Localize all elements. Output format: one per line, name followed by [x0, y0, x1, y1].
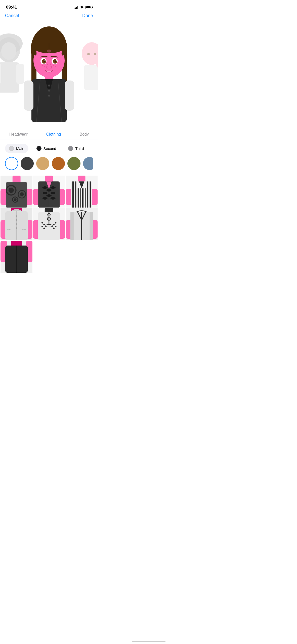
svg-point-28 — [45, 60, 46, 61]
done-button[interactable]: Done — [82, 13, 93, 18]
swatch-olive[interactable] — [67, 157, 80, 170]
swatch-darkgray[interactable] — [21, 157, 34, 170]
svg-rect-71 — [82, 188, 83, 208]
status-time: 09:41 — [6, 5, 17, 10]
svg-point-32 — [53, 65, 54, 66]
center-avatar — [16, 24, 82, 125]
main-dot — [9, 146, 14, 151]
second-dot — [36, 146, 41, 151]
cancel-button[interactable]: Cancel — [5, 13, 19, 18]
clothing-item-7[interactable] — [1, 241, 32, 273]
svg-point-49 — [9, 188, 14, 193]
svg-point-51 — [20, 192, 24, 196]
svg-rect-67 — [72, 181, 74, 208]
svg-point-29 — [56, 60, 57, 61]
tab-headwear[interactable]: Headwear — [6, 131, 31, 138]
svg-rect-40 — [84, 65, 98, 90]
tab-body[interactable]: Body — [77, 131, 92, 138]
svg-rect-105 — [90, 212, 93, 240]
svg-rect-18 — [65, 80, 74, 111]
svg-point-2 — [1, 42, 16, 60]
tab-bar: Headwear Clothing Body — [0, 127, 98, 140]
svg-point-84 — [16, 227, 17, 229]
side-avatar-right — [78, 36, 98, 112]
swatch-steel[interactable] — [83, 157, 93, 170]
battery-icon — [86, 6, 92, 9]
swatch-brown[interactable] — [52, 157, 65, 170]
svg-rect-73 — [87, 181, 88, 208]
svg-rect-70 — [80, 188, 81, 208]
swatches-row — [5, 157, 93, 173]
color-btn-main[interactable]: Main — [5, 144, 28, 153]
color-section: Main Second Third — [0, 140, 98, 173]
svg-point-30 — [42, 65, 43, 66]
svg-point-98 — [55, 226, 56, 227]
svg-point-92 — [41, 222, 43, 224]
svg-point-96 — [55, 222, 56, 224]
third-dot — [68, 146, 73, 151]
tab-clothing[interactable]: Clothing — [43, 131, 64, 138]
svg-rect-72 — [85, 188, 86, 208]
svg-rect-4 — [0, 64, 1, 84]
svg-point-95 — [44, 228, 45, 229]
second-label: Second — [44, 146, 56, 151]
clothing-item-1[interactable] — [1, 176, 32, 208]
svg-point-93 — [44, 224, 45, 225]
svg-point-35 — [50, 66, 51, 67]
status-icons — [74, 6, 92, 9]
clothing-grid — [0, 175, 98, 273]
svg-rect-3 — [0, 62, 19, 93]
main-label: Main — [16, 146, 24, 151]
status-bar: 09:41 — [0, 0, 98, 11]
wifi-icon — [80, 6, 84, 9]
svg-point-31 — [44, 66, 45, 67]
svg-rect-64 — [78, 176, 85, 182]
swatch-tan[interactable] — [36, 157, 49, 170]
clothing-item-6[interactable] — [66, 208, 98, 240]
third-label: Third — [75, 146, 84, 151]
signal-icon — [74, 6, 78, 9]
svg-point-83 — [16, 223, 17, 225]
svg-rect-104 — [70, 212, 74, 240]
svg-point-99 — [53, 228, 55, 229]
clothing-item-2[interactable] — [33, 176, 65, 208]
svg-point-34 — [48, 66, 48, 67]
clothing-item-3[interactable] — [66, 176, 98, 208]
svg-rect-68 — [75, 181, 76, 208]
color-buttons-row: Main Second Third — [5, 144, 93, 153]
avatar-preview-area — [0, 21, 98, 127]
svg-rect-57 — [45, 176, 53, 182]
color-btn-second[interactable]: Second — [32, 144, 60, 153]
nav-bar: Cancel Done — [0, 11, 98, 21]
svg-rect-17 — [24, 80, 33, 111]
svg-point-38 — [87, 53, 90, 55]
color-btn-third[interactable]: Third — [64, 144, 88, 153]
svg-point-81 — [16, 216, 17, 217]
svg-point-13 — [48, 90, 50, 92]
svg-point-53 — [14, 198, 17, 201]
svg-point-36 — [47, 50, 51, 53]
svg-point-14 — [48, 95, 50, 97]
svg-rect-74 — [90, 181, 91, 208]
svg-point-94 — [41, 226, 43, 227]
clothing-item-4[interactable] — [1, 208, 32, 240]
svg-point-39 — [94, 53, 96, 55]
swatch-white[interactable] — [5, 157, 18, 170]
svg-point-12 — [48, 85, 50, 87]
clothing-item-5[interactable] — [33, 208, 65, 240]
svg-rect-69 — [77, 188, 79, 208]
svg-point-33 — [55, 66, 56, 67]
svg-point-82 — [16, 219, 17, 221]
svg-rect-109 — [11, 241, 22, 246]
svg-point-97 — [53, 224, 55, 225]
